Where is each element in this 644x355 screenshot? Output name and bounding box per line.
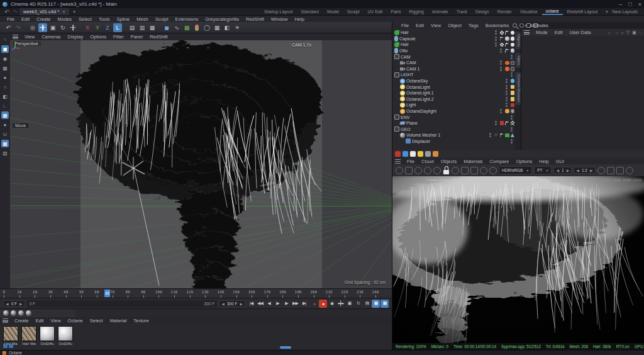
- scale-tool-icon[interactable]: ▣: [48, 23, 57, 32]
- live-selection-icon[interactable]: ◎: [28, 23, 37, 32]
- keyframe-record-icon[interactable]: ●: [319, 300, 327, 308]
- checker-tag-icon[interactable]: [500, 43, 504, 47]
- lock-icon[interactable]: ▣: [632, 30, 636, 35]
- material-ball-icon[interactable]: [3, 310, 9, 316]
- menu-help[interactable]: Help: [291, 16, 307, 22]
- visibility-dots[interactable]: [500, 67, 502, 71]
- record-position-icon[interactable]: [336, 300, 345, 308]
- back-icon[interactable]: ←: [608, 30, 612, 35]
- octane-burger-icon[interactable]: [395, 159, 401, 164]
- new-layouts-button[interactable]: New Layouts: [609, 9, 641, 14]
- rotate-tool-icon[interactable]: ↻: [58, 23, 67, 32]
- search-icon[interactable]: ⌕: [621, 30, 624, 35]
- visibility-dots[interactable]: [489, 133, 491, 137]
- octane-menu-compare[interactable]: Compare: [487, 159, 513, 164]
- dock-tab-content-browser[interactable]: Content Browser: [515, 72, 521, 105]
- deformer-icon[interactable]: [192, 23, 201, 32]
- undo-icon[interactable]: ↶: [4, 9, 9, 15]
- specular-material-icon[interactable]: [410, 151, 416, 157]
- display-mode-dropdown[interactable]: HDR/sRGB▼: [499, 166, 532, 174]
- subdivision-surface-icon[interactable]: ▩: [182, 23, 191, 32]
- visibility-dots[interactable]: [500, 48, 502, 53]
- uv-mode-icon[interactable]: ▦: [1, 64, 9, 72]
- last-tool-icon[interactable]: [69, 23, 77, 32]
- octane-menu-objects[interactable]: Objects: [438, 159, 460, 164]
- visibility-dots[interactable]: [495, 42, 497, 47]
- menu-edit[interactable]: Edit: [18, 16, 33, 22]
- sculpt-brush-icon[interactable]: ✎: [1, 36, 9, 43]
- menu-create[interactable]: Create: [33, 16, 54, 22]
- clay-icon[interactable]: [452, 167, 459, 174]
- bell-icon[interactable]: [519, 23, 524, 28]
- object-row-octanelight-2[interactable]: OctaneLight.2: [392, 96, 514, 103]
- visibility-dots[interactable]: [506, 97, 508, 101]
- viewport-menu-options[interactable]: Options: [87, 34, 109, 40]
- object-row-octanelight-1[interactable]: OctaneLight.1: [392, 90, 514, 96]
- layout-tab-track[interactable]: Track: [453, 9, 471, 14]
- object-row-otto[interactable]: Otto: [392, 48, 514, 54]
- frame-range-slider[interactable]: 0 F 300 F: [27, 300, 217, 307]
- layout-tab-startup-layout[interactable]: Startup Layout: [260, 9, 297, 14]
- object-row-hair[interactable]: Hair: [392, 30, 514, 36]
- daylight-icon[interactable]: [418, 151, 423, 157]
- object-row-geo[interactable]: GEO: [392, 127, 514, 133]
- next-frame-icon[interactable]: ▶: [282, 300, 291, 308]
- visibility-dots[interactable]: [506, 103, 508, 107]
- material-menu-create[interactable]: Create: [11, 318, 32, 324]
- material-octdiffu[interactable]: OctDiffu: [39, 326, 55, 346]
- om-menu-object[interactable]: Object: [445, 23, 465, 28]
- mograph-icon[interactable]: ▦: [213, 23, 221, 32]
- dock-tab-takes[interactable]: Takes: [515, 53, 521, 68]
- menu-window[interactable]: Window: [268, 16, 291, 22]
- visibility-dots[interactable]: [511, 115, 513, 120]
- record-rotation-icon[interactable]: ↻: [354, 300, 362, 308]
- record-ghost-icon[interactable]: ●: [310, 300, 318, 308]
- keyframe-selection-icon[interactable]: ▦: [380, 300, 389, 308]
- workplane-mode-icon[interactable]: ▦: [1, 111, 9, 119]
- material-menu-select[interactable]: Select: [87, 318, 106, 324]
- spline-pen-icon[interactable]: ∿: [172, 23, 181, 32]
- lock-x-axis-icon[interactable]: X: [83, 23, 92, 32]
- pin-icon[interactable]: [489, 167, 497, 174]
- render-view-icon[interactable]: ▤: [128, 23, 136, 32]
- menu-extensions[interactable]: Extensions: [172, 16, 202, 22]
- playhead[interactable]: 65: [104, 290, 110, 297]
- visibility-dots[interactable]: [506, 91, 508, 95]
- graph-tag-icon[interactable]: [505, 133, 509, 138]
- render-settings-icon[interactable]: ▦: [148, 23, 157, 32]
- instance-icon[interactable]: ◧: [223, 23, 231, 32]
- visibility-dots[interactable]: [495, 30, 497, 35]
- coordinate-system-icon[interactable]: L: [113, 23, 122, 32]
- menu-modes[interactable]: Modes: [55, 16, 75, 22]
- menu-greyscalegorilla[interactable]: Greyscalegorilla: [202, 16, 242, 22]
- checker-tag-icon[interactable]: [500, 31, 504, 35]
- points-mode-icon[interactable]: ●: [1, 74, 9, 81]
- pause-icon[interactable]: [414, 167, 422, 174]
- phong-tag-icon[interactable]: [505, 37, 509, 41]
- edges-mode-icon[interactable]: ∩: [1, 83, 9, 91]
- menu-sculpt[interactable]: Sculpt: [152, 16, 172, 22]
- ratio-spinner[interactable]: ◀1:2▶: [574, 167, 595, 174]
- menu-spline[interactable]: Spline: [113, 16, 133, 22]
- focus-icon[interactable]: [433, 167, 441, 174]
- lock-y-axis-icon[interactable]: Y: [93, 23, 102, 32]
- snap-mode-icon[interactable]: ▦: [1, 140, 9, 147]
- undo-icon[interactable]: ↶: [4, 23, 13, 32]
- picker-icon[interactable]: [480, 167, 487, 174]
- octane-menu-help[interactable]: Help: [536, 159, 552, 164]
- layout-tab-rigging[interactable]: Rigging: [405, 9, 428, 14]
- visibility-dots[interactable]: [511, 72, 513, 77]
- visibility-dots[interactable]: [495, 121, 497, 125]
- object-row-cam[interactable]: CAM: [392, 60, 514, 66]
- object-row-octanedaylight[interactable]: OctaneDaylight: [392, 108, 514, 115]
- object-row-env[interactable]: ENV: [392, 114, 514, 120]
- current-frame-spinner[interactable]: ◀0 F▶: [3, 300, 25, 307]
- attributes-menu-user-data[interactable]: User Data: [567, 30, 594, 35]
- lock-z-axis-icon[interactable]: Z: [103, 23, 112, 32]
- layout-tab-model[interactable]: Model: [323, 9, 343, 14]
- redo-icon[interactable]: ↷: [13, 9, 18, 15]
- end-frame-spinner[interactable]: ◀300 F▶: [219, 300, 245, 307]
- viewport-menu-filter[interactable]: Filter: [110, 34, 127, 40]
- viewport-menu-panel[interactable]: Panel: [128, 34, 146, 40]
- object-row-light[interactable]: LIGHT: [392, 72, 514, 78]
